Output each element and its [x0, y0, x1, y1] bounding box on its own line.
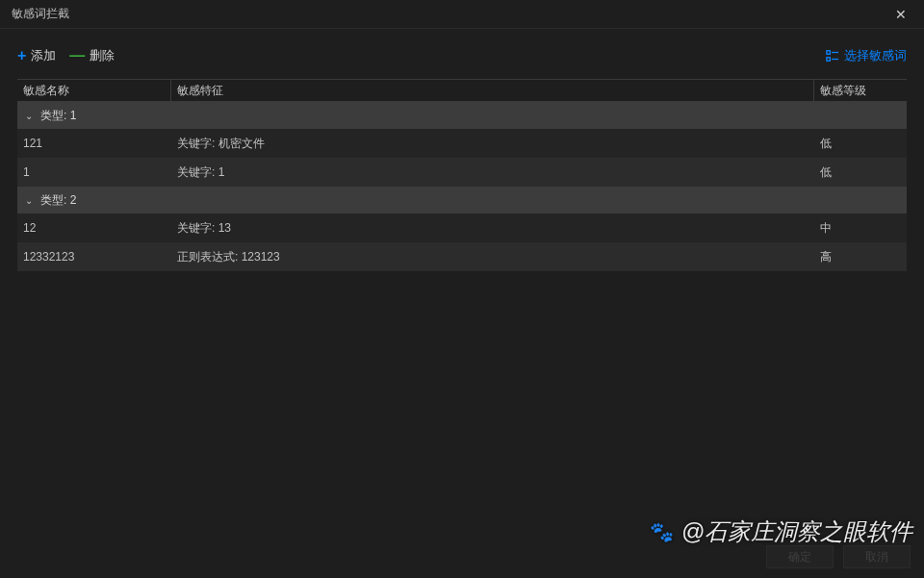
- table-row[interactable]: 12332123 正则表达式: 123123 高: [17, 242, 907, 271]
- cell-feature: 关键字: 机密文件: [171, 129, 814, 158]
- watermark: 🐾 @石家庄洞察之眼软件: [650, 516, 912, 547]
- svg-rect-0: [827, 51, 831, 55]
- cell-level: 高: [814, 242, 907, 271]
- minus-icon: —: [69, 48, 85, 63]
- cell-level: 中: [814, 214, 907, 242]
- cancel-button[interactable]: 取消: [843, 545, 911, 568]
- cell-feature: 关键字: 1: [171, 158, 814, 187]
- toolbar: + 添加 — 删除 选择敏感词: [0, 37, 924, 75]
- table-row[interactable]: 121 关键字: 机密文件 低: [17, 129, 907, 158]
- cell-name: 12332123: [17, 242, 171, 271]
- table-header: 敏感名称 敏感特征 敏感等级: [17, 79, 907, 102]
- group-header-1[interactable]: ⌄ 类型: 1: [17, 102, 907, 129]
- cell-feature: 正则表达式: 123123: [171, 242, 814, 271]
- cell-name: 12: [17, 214, 171, 242]
- paw-icon: 🐾: [650, 520, 674, 543]
- table-row[interactable]: 1 关键字: 1 低: [17, 158, 907, 187]
- sensitive-table: 敏感名称 敏感特征 敏感等级 ⌄ 类型: 1 121 关键字: 机密文件 低 1…: [17, 79, 907, 271]
- delete-button[interactable]: — 删除: [69, 47, 115, 64]
- cell-name: 1: [17, 158, 171, 187]
- svg-rect-2: [827, 58, 831, 62]
- chevron-down-icon: ⌄: [23, 111, 35, 121]
- window-title: 敏感词拦截: [12, 6, 69, 22]
- group-header-2[interactable]: ⌄ 类型: 2: [17, 187, 907, 214]
- delete-label: 删除: [90, 47, 115, 64]
- table-row[interactable]: 12 关键字: 13 中: [17, 214, 907, 242]
- group-label: 类型: 2: [40, 192, 76, 209]
- cell-name: 121: [17, 129, 171, 158]
- plus-icon: +: [17, 48, 26, 63]
- add-label: 添加: [31, 47, 56, 64]
- select-label: 选择敏感词: [844, 47, 907, 64]
- cell-level: 低: [814, 158, 907, 187]
- add-button[interactable]: + 添加: [17, 47, 56, 64]
- dialog-footer: 确定 取消: [766, 545, 911, 568]
- watermark-text: @石家庄洞察之眼软件: [681, 516, 912, 547]
- titlebar: 敏感词拦截 ✕: [0, 0, 924, 29]
- ok-button[interactable]: 确定: [766, 545, 834, 568]
- chevron-down-icon: ⌄: [23, 195, 35, 206]
- select-sensitive-button[interactable]: 选择敏感词: [826, 47, 907, 64]
- col-feature[interactable]: 敏感特征: [171, 80, 814, 101]
- close-button[interactable]: ✕: [889, 3, 912, 26]
- col-name[interactable]: 敏感名称: [17, 80, 171, 101]
- cell-level: 低: [814, 129, 907, 158]
- cell-feature: 关键字: 13: [171, 214, 814, 242]
- col-level[interactable]: 敏感等级: [814, 80, 907, 101]
- close-icon: ✕: [895, 7, 907, 22]
- group-label: 类型: 1: [40, 108, 76, 124]
- list-icon: [826, 49, 839, 63]
- toolbar-left: + 添加 — 删除: [17, 47, 115, 64]
